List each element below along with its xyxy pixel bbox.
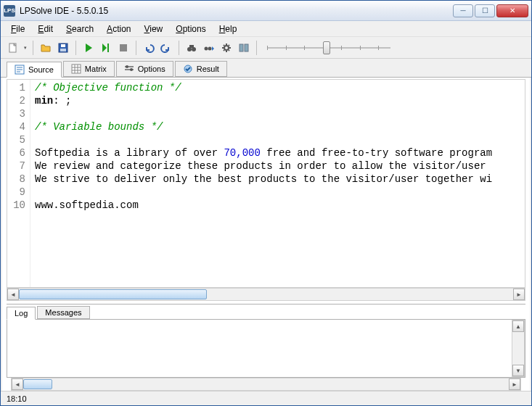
titlebar: LPS LPSolve IDE - 5.5.0.15 ─ ☐ ✕ xyxy=(1,1,531,21)
app-icon: LPS xyxy=(4,5,15,17)
tab-source-label: Source xyxy=(28,65,54,74)
svg-point-10 xyxy=(208,46,212,50)
menu-view[interactable]: View xyxy=(138,22,168,36)
view-tabs: Source Matrix Options Result xyxy=(1,59,531,78)
redo-button[interactable] xyxy=(158,40,174,56)
editor-hscroll[interactable]: ◄ ► xyxy=(7,288,525,301)
log-text[interactable] xyxy=(7,320,512,377)
run-button[interactable] xyxy=(81,40,97,56)
undo-button[interactable] xyxy=(141,40,157,56)
step-button[interactable] xyxy=(98,40,114,56)
find-next-button[interactable] xyxy=(201,40,217,56)
scroll-left-arrow[interactable]: ◄ xyxy=(12,378,23,390)
svg-rect-5 xyxy=(120,44,127,51)
slider-thumb[interactable] xyxy=(323,41,330,54)
open-button[interactable] xyxy=(38,40,54,56)
svg-rect-18 xyxy=(72,65,81,73)
tab-options-label: Options xyxy=(138,65,165,73)
tab-result[interactable]: Result xyxy=(175,61,227,77)
log-hscroll-track[interactable] xyxy=(23,378,509,390)
toolbar-view-button[interactable] xyxy=(236,40,252,56)
svg-point-9 xyxy=(205,46,208,50)
menu-options[interactable]: Options xyxy=(170,22,211,36)
redo-icon xyxy=(160,42,172,54)
menu-help[interactable]: Help xyxy=(213,22,243,36)
separator xyxy=(136,41,136,55)
cursor-position: 18:10 xyxy=(7,394,27,403)
options-icon xyxy=(124,64,134,74)
log-vscroll[interactable]: ▲ ▼ xyxy=(512,320,525,377)
tab-matrix-label: Matrix xyxy=(85,65,107,73)
close-button[interactable]: ✕ xyxy=(496,4,528,17)
menu-search[interactable]: Search xyxy=(60,22,99,36)
zoom-slider[interactable] xyxy=(267,41,390,55)
save-button[interactable] xyxy=(55,40,71,56)
menubar: File Edit Search Action View Options Hel… xyxy=(1,21,531,37)
bottom-pane: Log Messages ▲ ▼ ◄ ► xyxy=(7,304,525,391)
tab-result-label: Result xyxy=(197,65,219,73)
menu-action[interactable]: Action xyxy=(101,22,136,36)
svg-rect-8 xyxy=(189,45,194,48)
new-dropdown[interactable]: ▾ xyxy=(22,40,28,56)
svg-point-11 xyxy=(224,46,229,50)
tab-options[interactable]: Options xyxy=(116,61,173,77)
new-button[interactable] xyxy=(5,40,21,56)
gear-icon xyxy=(221,42,232,54)
svg-rect-2 xyxy=(61,44,65,47)
separator xyxy=(179,41,179,55)
menu-edit[interactable]: Edit xyxy=(32,22,59,36)
line-gutter: 12345678910 xyxy=(7,80,30,287)
play-icon xyxy=(83,42,94,54)
stop-button[interactable] xyxy=(115,40,131,56)
hscroll-track[interactable] xyxy=(19,289,513,300)
find-button[interactable] xyxy=(184,40,200,56)
separator xyxy=(75,41,76,55)
undo-icon xyxy=(143,42,155,54)
scroll-right-arrow[interactable]: ► xyxy=(513,289,525,300)
editor-pane: 12345678910 /* Objective function */ min… xyxy=(1,78,531,391)
log-hscroll[interactable]: ◄ ► xyxy=(11,378,521,391)
menu-file[interactable]: File xyxy=(5,22,30,36)
code-content[interactable]: /* Objective function */ min: ; /* Varia… xyxy=(30,80,525,287)
save-disk-icon xyxy=(57,42,69,54)
separator xyxy=(33,41,33,55)
maximize-button[interactable]: ☐ xyxy=(475,4,495,17)
toolbar: ▾ xyxy=(1,37,531,59)
minimize-button[interactable]: ─ xyxy=(453,4,473,17)
open-folder-icon xyxy=(40,42,52,54)
svg-point-25 xyxy=(126,65,128,68)
hscroll-thumb[interactable] xyxy=(19,289,207,299)
statusbar: 18:10 xyxy=(1,391,531,405)
code-editor[interactable]: 12345678910 /* Objective function */ min… xyxy=(7,79,525,288)
scroll-left-arrow[interactable]: ◄ xyxy=(7,289,19,300)
matrix-icon xyxy=(71,64,81,74)
stop-icon xyxy=(118,42,129,54)
slider-track xyxy=(267,47,390,49)
log-hscroll-thumb[interactable] xyxy=(23,379,52,389)
svg-rect-3 xyxy=(60,49,66,51)
window-controls: ─ ☐ ✕ xyxy=(453,4,528,17)
step-icon xyxy=(100,42,112,54)
scroll-down-arrow[interactable]: ▼ xyxy=(512,365,524,376)
svg-point-26 xyxy=(130,68,133,71)
scroll-up-arrow[interactable]: ▲ xyxy=(512,320,524,332)
tab-messages[interactable]: Messages xyxy=(37,306,89,319)
bottom-tabs: Log Messages xyxy=(7,304,525,319)
window-title: LPSolve IDE - 5.5.0.15 xyxy=(20,6,453,16)
view-icon xyxy=(238,42,250,54)
svg-rect-13 xyxy=(245,44,248,51)
source-icon xyxy=(15,65,25,75)
new-file-icon xyxy=(7,42,19,54)
svg-rect-4 xyxy=(107,44,109,52)
result-icon xyxy=(183,64,193,74)
scroll-right-arrow[interactable]: ► xyxy=(509,378,520,390)
binoculars-next-icon xyxy=(203,42,215,54)
log-content: ▲ ▼ xyxy=(7,319,525,378)
tab-log[interactable]: Log xyxy=(7,307,36,320)
tab-matrix[interactable]: Matrix xyxy=(63,61,115,77)
binoculars-icon xyxy=(186,42,197,54)
separator xyxy=(256,41,257,55)
toolbar-options-button[interactable] xyxy=(218,40,234,56)
svg-rect-12 xyxy=(240,44,243,51)
tab-source[interactable]: Source xyxy=(7,62,62,78)
